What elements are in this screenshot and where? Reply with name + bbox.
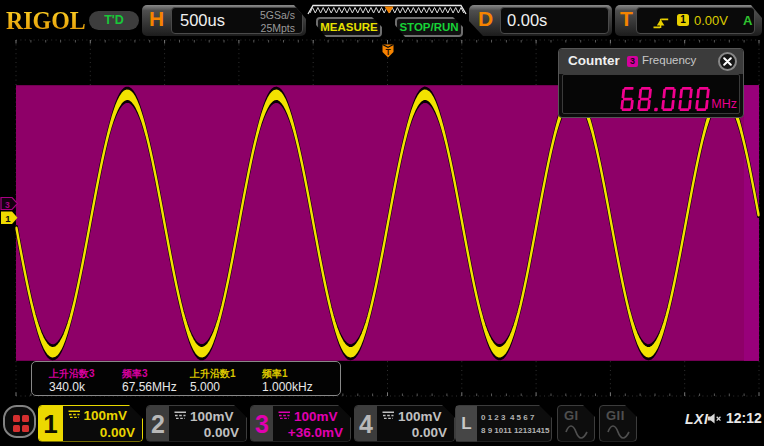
svg-text:3: 3 — [5, 200, 10, 210]
svg-text:1: 1 — [5, 213, 11, 224]
svg-text:T: T — [385, 47, 391, 57]
